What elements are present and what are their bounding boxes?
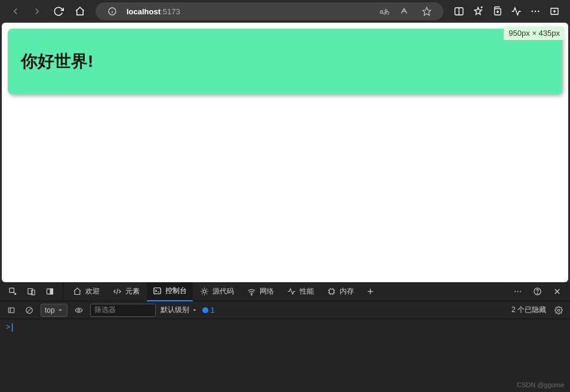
favorite-icon[interactable] <box>418 7 435 16</box>
read-aloud-icon[interactable] <box>396 7 412 16</box>
chevron-down-icon <box>57 307 63 313</box>
tab-network[interactable]: 网络 <box>241 282 280 301</box>
svg-point-33 <box>520 291 521 292</box>
svg-point-12 <box>532 11 533 12</box>
svg-marker-6 <box>475 7 482 14</box>
refresh-button[interactable] <box>49 2 68 21</box>
tab-sources[interactable]: 源代码 <box>194 282 240 301</box>
hello-heading: 你好世界! <box>21 50 549 73</box>
tab-performance-label: 性能 <box>300 286 314 297</box>
back-button[interactable] <box>6 2 25 21</box>
issues-count: 1 <box>211 306 215 314</box>
tab-console[interactable]: 控制台 <box>147 282 193 301</box>
address-bar[interactable]: localhost:5173 aあ <box>95 2 443 20</box>
home-button[interactable] <box>70 2 90 21</box>
cursor <box>12 323 13 332</box>
tab-elements-label: 元素 <box>125 286 140 297</box>
clear-console-icon[interactable] <box>23 304 36 317</box>
context-label: top <box>45 306 55 314</box>
log-level-selector[interactable]: 默认级别 <box>161 305 198 315</box>
add-tab-button[interactable] <box>361 282 380 301</box>
context-selector[interactable]: top <box>41 304 67 317</box>
hidden-messages-text[interactable]: 2 个已隐藏 <box>512 305 546 315</box>
console-toolbar: top 筛选器 默认级别 1 2 个已隐藏 <box>0 301 570 319</box>
browser-toolbar: localhost:5173 aあ <box>0 0 570 23</box>
log-level-label: 默认级别 <box>161 305 189 315</box>
performance-icon[interactable] <box>507 2 526 21</box>
close-devtools-icon[interactable] <box>548 282 566 301</box>
console-output[interactable]: > CSDN @ggome <box>0 319 570 392</box>
more-icon[interactable] <box>526 2 545 21</box>
svg-point-32 <box>517 291 519 292</box>
svg-marker-3 <box>423 7 430 15</box>
split-screen-icon[interactable] <box>449 2 469 21</box>
sidebar-toggle-icon[interactable] <box>545 2 564 21</box>
tab-network-label: 网络 <box>260 286 274 297</box>
svg-point-26 <box>203 290 206 293</box>
svg-line-23 <box>116 289 118 294</box>
help-icon[interactable] <box>528 282 547 301</box>
svg-point-31 <box>514 291 516 292</box>
svg-rect-24 <box>154 288 161 294</box>
toolbar-right <box>449 2 564 21</box>
console-prompt: > <box>6 323 10 331</box>
watermark: CSDN @ggome <box>517 381 564 388</box>
favorites-icon[interactable] <box>469 2 488 21</box>
page-viewport: 950px × 435px 你好世界! <box>2 23 568 282</box>
tab-sources-label: 源代码 <box>212 286 234 297</box>
issue-dot-icon <box>202 307 208 313</box>
svg-line-41 <box>27 308 32 312</box>
svg-rect-22 <box>50 289 53 294</box>
devtools-more-icon[interactable] <box>509 282 527 301</box>
device-toggle-icon[interactable] <box>22 282 41 301</box>
filter-input[interactable]: 筛选器 <box>90 304 156 317</box>
tab-elements[interactable]: 元素 <box>107 282 146 301</box>
live-expression-icon[interactable] <box>72 304 85 317</box>
tab-memory-label: 内存 <box>340 286 354 297</box>
translate-icon[interactable]: aあ <box>380 7 390 16</box>
dock-icon[interactable] <box>41 282 59 301</box>
filter-placeholder: 筛选器 <box>94 305 116 315</box>
tab-welcome[interactable]: 欢迎 <box>67 282 106 301</box>
svg-point-35 <box>537 293 538 294</box>
url-text: localhost:5173 <box>127 7 374 16</box>
url-host: localhost <box>127 7 161 16</box>
svg-rect-28 <box>329 289 334 294</box>
svg-point-42 <box>78 309 80 311</box>
tab-performance[interactable]: 性能 <box>281 282 320 301</box>
svg-point-43 <box>557 309 560 311</box>
console-settings-icon[interactable] <box>552 304 565 317</box>
forward-button[interactable] <box>27 2 47 21</box>
info-icon[interactable] <box>104 7 121 16</box>
svg-rect-38 <box>8 307 14 312</box>
hello-card: 你好世界! <box>8 29 562 94</box>
svg-point-27 <box>251 295 252 295</box>
devtools-tabs: 欢迎 元素 控制台 源代码 网络 性能 内存 <box>0 282 570 301</box>
issues-indicator[interactable]: 1 <box>202 306 215 314</box>
inspect-icon[interactable] <box>4 282 22 301</box>
svg-point-13 <box>535 11 536 12</box>
devtools-panel: 欢迎 元素 控制台 源代码 网络 性能 内存 <box>0 282 570 392</box>
collections-icon[interactable] <box>488 2 507 21</box>
tab-console-label: 控制台 <box>165 286 187 296</box>
toggle-sidebar-icon[interactable] <box>5 304 18 317</box>
url-port: :5173 <box>161 7 180 16</box>
tab-welcome-label: 欢迎 <box>85 286 100 297</box>
svg-point-14 <box>538 11 539 12</box>
chevron-down-icon <box>192 307 198 313</box>
dimension-badge: 950px × 435px <box>504 26 565 40</box>
svg-rect-19 <box>28 289 33 294</box>
tab-memory[interactable]: 内存 <box>321 282 360 301</box>
